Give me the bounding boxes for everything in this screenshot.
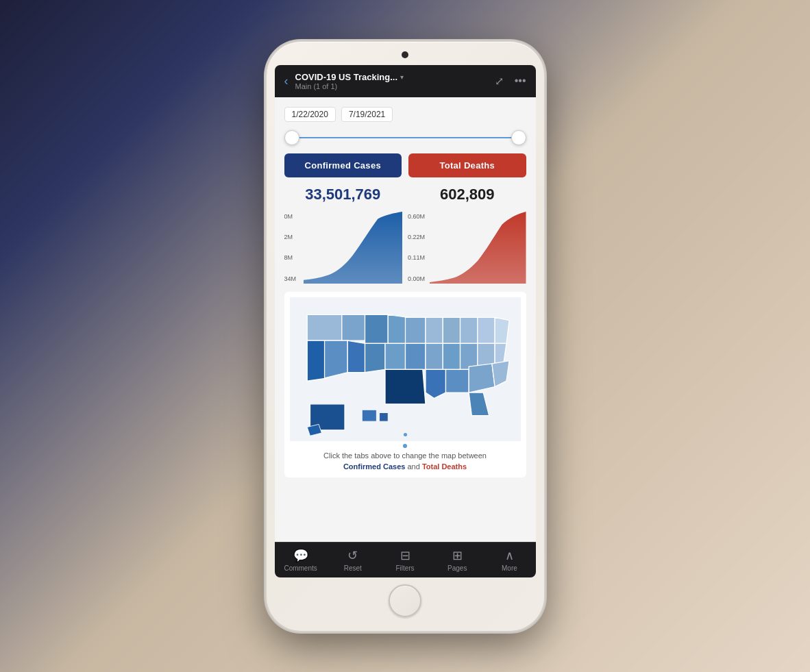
deaths-chart-labels: 0.00M 0.11M 0.22M 0.60M: [408, 212, 430, 284]
more-options-icon[interactable]: •••: [515, 75, 526, 87]
confirmed-cases-label: Confirmed Cases: [294, 160, 393, 171]
stat-cards: Confirmed Cases Total Deaths: [284, 153, 526, 177]
pages-label: Pages: [447, 564, 467, 572]
deaths-chart-area: [430, 212, 526, 284]
confirmed-chart-area: [304, 212, 403, 284]
map-confirmed-link[interactable]: Confirmed Cases: [343, 462, 405, 471]
svg-marker-12: [443, 317, 460, 343]
confirmed-cases-card[interactable]: Confirmed Cases: [284, 153, 402, 177]
svg-marker-31: [379, 412, 388, 421]
svg-marker-3: [365, 314, 388, 343]
svg-marker-23: [425, 369, 445, 398]
svg-marker-10: [405, 317, 425, 343]
more-icon: ∧: [505, 549, 514, 562]
svg-marker-16: [460, 317, 477, 343]
svg-marker-13: [405, 343, 425, 369]
filters-icon: ⊟: [400, 549, 410, 562]
home-button[interactable]: [389, 584, 421, 617]
svg-marker-18: [495, 317, 509, 343]
header-dropdown-chevron[interactable]: ▾: [400, 73, 404, 81]
phone-shell: ‹ COVID-19 US Tracking... ▾ Main (1 of 1…: [267, 42, 544, 631]
toolbar: 💬 Comments ↺ Reset ⊟ Filters ⊞ Pages ∧ M…: [275, 542, 536, 577]
us-map-container: Click the tabs above to change the map b…: [284, 292, 526, 477]
confirmed-cases-chart: 34M 8M 2M 0M: [284, 212, 403, 284]
phone-screen: ‹ COVID-19 US Tracking... ▾ Main (1 of 1…: [275, 65, 536, 577]
header-icons: ⤢ •••: [495, 75, 526, 88]
confirmed-cases-value: 33,501,769: [305, 186, 380, 203]
comments-label: Comments: [284, 564, 317, 572]
svg-marker-30: [362, 410, 376, 421]
svg-marker-11: [425, 317, 442, 343]
confirmed-chart-labels: 34M 8M 2M 0M: [284, 212, 304, 284]
svg-marker-14: [425, 343, 442, 369]
more-label: More: [502, 564, 517, 572]
svg-marker-7: [347, 340, 365, 372]
date-range-slider[interactable]: [284, 130, 526, 145]
svg-marker-8: [365, 343, 384, 372]
date-range: 1/22/2020 7/19/2021: [284, 107, 526, 122]
map-deaths-link[interactable]: Total Deaths: [422, 462, 467, 471]
back-button[interactable]: ‹: [284, 74, 289, 88]
content-area: 1/22/2020 7/19/2021 Confirmed Cases Tota…: [275, 97, 536, 542]
slider-left-thumb[interactable]: [284, 130, 299, 145]
header-subtitle: Main (1 of 1): [295, 82, 404, 90]
header-title: COVID-19 US Tracking...: [295, 72, 398, 82]
total-deaths-card[interactable]: Total Deaths: [408, 153, 526, 177]
total-deaths-chart: 0.00M 0.11M 0.22M 0.60M: [408, 212, 526, 284]
reset-label: Reset: [344, 564, 362, 572]
total-deaths-value: 602,809: [440, 186, 495, 203]
us-map-svg: [290, 297, 521, 442]
toolbar-filters[interactable]: ⊟ Filters: [379, 543, 431, 577]
toolbar-reset[interactable]: ↺ Reset: [327, 543, 379, 577]
end-date-badge[interactable]: 7/19/2021: [341, 107, 393, 122]
pages-icon: ⊞: [452, 549, 463, 562]
toolbar-more[interactable]: ∧ More: [483, 543, 535, 577]
svg-marker-24: [445, 369, 469, 393]
map-pagination: [403, 444, 407, 448]
reset-icon: ↺: [347, 549, 358, 562]
total-deaths-label: Total Deaths: [418, 160, 517, 171]
toolbar-comments[interactable]: 💬 Comments: [275, 543, 327, 577]
svg-marker-17: [477, 317, 494, 343]
start-date-badge[interactable]: 1/22/2020: [284, 107, 336, 122]
expand-icon[interactable]: ⤢: [495, 75, 504, 88]
svg-marker-2: [341, 314, 365, 340]
svg-marker-22: [385, 369, 426, 404]
svg-marker-15: [443, 343, 460, 369]
header-bar: ‹ COVID-19 US Tracking... ▾ Main (1 of 1…: [275, 65, 536, 97]
charts-row: 34M 8M 2M 0M: [284, 212, 526, 284]
svg-marker-6: [324, 340, 347, 378]
header-title-group: COVID-19 US Tracking... ▾ Main (1 of 1): [295, 72, 488, 90]
map-dot-indicator: [403, 444, 407, 448]
toolbar-pages[interactable]: ⊞ Pages: [431, 543, 483, 577]
slider-right-thumb[interactable]: [511, 130, 526, 145]
filters-label: Filters: [395, 564, 414, 572]
comments-icon: 💬: [293, 549, 308, 562]
svg-marker-1: [307, 314, 342, 340]
map-instruction: Click the tabs above to change the map b…: [323, 451, 487, 472]
svg-marker-9: [385, 343, 405, 369]
phone-camera: [402, 51, 408, 58]
svg-point-32: [403, 432, 406, 436]
